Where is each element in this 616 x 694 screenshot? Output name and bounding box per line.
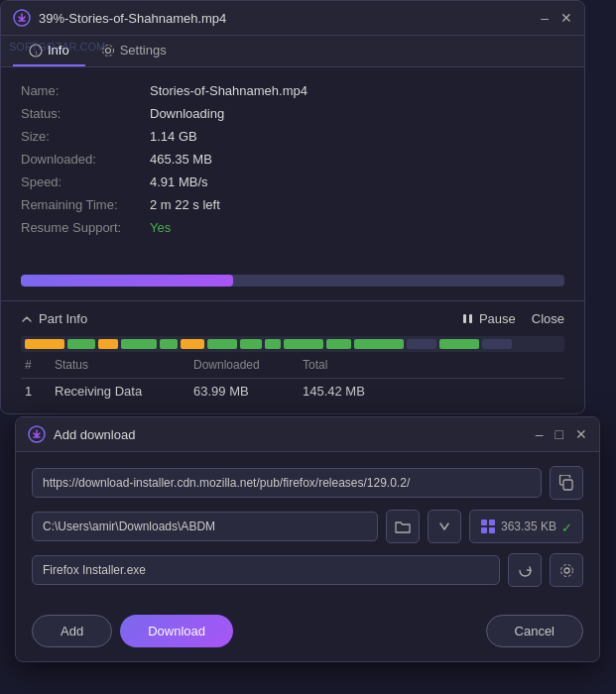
resume-label: Resume Support: — [21, 220, 150, 235]
name-label: Name: — [21, 83, 150, 98]
url-row — [32, 466, 583, 500]
title-bar-left: 39%-Stories-of-Shahnameh.mp4 — [13, 9, 226, 27]
remaining-value: 2 m 22 s left — [150, 197, 220, 212]
dialog-body: 363.35 KB ✓ — [16, 452, 599, 615]
segment-3 — [98, 339, 118, 349]
tab-info-label: Info — [48, 43, 69, 58]
folder-browse-button[interactable] — [386, 510, 420, 543]
row-num: 1 — [25, 384, 55, 399]
segments-bar — [21, 336, 564, 352]
dialog-title-bar: Add download – □ ✕ — [16, 417, 599, 452]
size-label: Size: — [21, 129, 150, 144]
svg-point-15 — [564, 568, 569, 573]
svg-rect-12 — [489, 520, 495, 525]
grid-icon — [480, 519, 496, 534]
folder-icon — [395, 520, 411, 533]
progress-bar-background — [21, 275, 564, 287]
close-action-button[interactable]: Close — [532, 311, 564, 326]
dialog-footer: Add Download Cancel — [16, 615, 599, 661]
segment-14 — [439, 339, 479, 349]
status-label: Status: — [21, 106, 150, 121]
info-remaining-row: Remaining Time: 2 m 22 s left — [21, 197, 564, 212]
svg-rect-11 — [481, 520, 487, 525]
info-tab-icon: i — [29, 44, 43, 58]
main-window-title: 39%-Stories-of-Shahnameh.mp4 — [39, 11, 226, 26]
app-icon — [13, 9, 31, 27]
path-input[interactable] — [32, 512, 378, 541]
dialog-maximize-button[interactable]: □ — [555, 427, 563, 441]
size-value: 363.35 KB — [501, 520, 556, 533]
filename-row — [32, 553, 583, 587]
dialog-close-button[interactable]: ✕ — [575, 427, 587, 441]
segment-8 — [240, 339, 262, 349]
row-total: 145.42 MB — [303, 384, 412, 399]
svg-rect-6 — [463, 314, 466, 323]
dialog-window-controls: – □ ✕ — [536, 427, 587, 441]
resume-value: Yes — [150, 220, 171, 235]
segment-6 — [181, 339, 204, 349]
main-download-window: 39%-Stories-of-Shahnameh.mp4 – ✕ SOFTGOZ… — [0, 0, 585, 414]
downloaded-value: 465.35 MB — [150, 152, 212, 167]
size-value: 1.14 GB — [150, 129, 197, 144]
copy-url-button[interactable] — [550, 466, 583, 500]
segment-7 — [207, 339, 237, 349]
main-window-controls: – ✕ — [541, 11, 572, 25]
col-header-status: Status — [55, 358, 193, 372]
main-minimize-button[interactable]: – — [541, 11, 549, 25]
cancel-button[interactable]: Cancel — [486, 615, 583, 647]
path-dropdown-button[interactable] — [428, 510, 461, 543]
status-value: Downloading — [150, 106, 224, 121]
tab-settings-label: Settings — [120, 43, 167, 58]
tab-settings[interactable]: Settings — [85, 36, 183, 66]
progress-bar-fill — [21, 275, 233, 287]
segment-15 — [482, 339, 512, 349]
chevron-up-icon — [21, 313, 33, 325]
pause-label: Pause — [479, 311, 516, 326]
part-info-actions: Pause Close — [461, 311, 564, 326]
dialog-minimize-button[interactable]: – — [536, 427, 544, 441]
pause-icon — [461, 312, 474, 325]
segment-9 — [265, 339, 281, 349]
col-header-total: Total — [303, 358, 412, 372]
segment-12 — [354, 339, 404, 349]
info-name-row: Name: Stories-of-Shahnameh.mp4 — [21, 83, 564, 98]
pause-button[interactable]: Pause — [461, 311, 516, 326]
row-status: Receiving Data — [55, 384, 193, 399]
segment-5 — [160, 339, 178, 349]
tab-info[interactable]: i Info — [13, 36, 85, 66]
add-button[interactable]: Add — [32, 615, 112, 647]
size-checkmark: ✓ — [561, 520, 572, 535]
downloaded-label: Downloaded: — [21, 152, 150, 167]
speed-label: Speed: — [21, 174, 150, 189]
gear-icon — [559, 563, 574, 578]
part-info-label: Part Info — [39, 311, 87, 326]
segment-2 — [67, 339, 95, 349]
remaining-label: Remaining Time: — [21, 197, 150, 212]
close-action-label: Close — [532, 311, 564, 326]
settings-tab-icon — [101, 44, 115, 58]
col-header-downloaded: Downloaded — [193, 358, 303, 372]
part-table: # Status Downloaded Total 1 Receiving Da… — [21, 352, 564, 413]
info-panel: Name: Stories-of-Shahnameh.mp4 Status: D… — [1, 67, 584, 259]
tab-bar: i Info Settings — [1, 36, 584, 67]
speed-value: 4.91 MB/s — [150, 174, 208, 189]
main-close-button[interactable]: ✕ — [560, 11, 572, 25]
segment-13 — [407, 339, 436, 349]
add-download-dialog: Add download – □ ✕ — [15, 416, 600, 662]
svg-point-5 — [102, 45, 113, 56]
url-input[interactable] — [32, 468, 542, 498]
svg-text:i: i — [36, 48, 38, 56]
info-status-row: Status: Downloading — [21, 106, 564, 121]
filename-input[interactable] — [32, 555, 500, 585]
download-button[interactable]: Download — [120, 615, 233, 647]
segment-4 — [121, 339, 157, 349]
settings-button[interactable] — [550, 553, 583, 587]
copy-icon — [558, 475, 574, 491]
refresh-button[interactable] — [508, 553, 542, 587]
name-value: Stories-of-Shahnameh.mp4 — [150, 83, 308, 98]
segment-1 — [25, 339, 64, 349]
info-size-row: Size: 1.14 GB — [21, 129, 564, 144]
svg-rect-13 — [481, 527, 487, 533]
part-info-header: Part Info Pause Close — [1, 300, 584, 336]
dialog-title-text: Add download — [54, 427, 135, 442]
